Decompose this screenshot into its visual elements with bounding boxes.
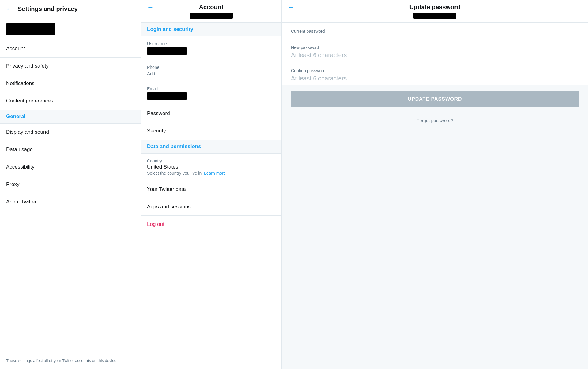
password-back-arrow[interactable]: ←: [288, 3, 295, 11]
password-title: Update password: [409, 4, 461, 11]
password-header: ← Update password: [282, 0, 588, 23]
new-password-field[interactable]: New password At least 6 characters: [282, 39, 588, 62]
new-password-placeholder: At least 6 characters: [291, 52, 579, 59]
country-label: Country: [147, 158, 275, 163]
sidebar-item-privacy[interactable]: Privacy and safety: [0, 58, 141, 75]
update-password-button[interactable]: UPDATE PASSWORD: [291, 91, 579, 107]
account-panel: ← Account Login and security Username Ph…: [141, 0, 282, 369]
settings-user-block: [0, 18, 141, 40]
twitter-data-item[interactable]: Your Twitter data: [141, 181, 281, 198]
account-title: Account: [199, 4, 224, 11]
update-btn-container: UPDATE PASSWORD: [282, 85, 588, 113]
account-scroll-area: Login and security Username Phone Add Em…: [141, 23, 281, 369]
security-item[interactable]: Security: [141, 122, 281, 140]
confirm-password-placeholder: At least 6 characters: [291, 75, 579, 82]
sidebar-item-accessibility[interactable]: Accessibility: [0, 158, 141, 176]
confirm-password-label: Confirm password: [291, 68, 579, 73]
settings-panel: ← Settings and privacy Account Privacy a…: [0, 0, 141, 369]
sidebar-item-account[interactable]: Account: [0, 40, 141, 58]
email-label: Email: [147, 86, 275, 91]
password-name-redacted: [413, 13, 456, 19]
email-value-redacted: [147, 92, 187, 100]
general-section-header: General: [0, 110, 141, 124]
account-back-arrow[interactable]: ←: [147, 3, 154, 11]
settings-header: ← Settings and privacy: [0, 0, 141, 18]
phone-item[interactable]: Phone Add: [141, 60, 281, 81]
apps-sessions-item[interactable]: Apps and sessions: [141, 198, 281, 216]
settings-title: Settings and privacy: [18, 6, 78, 13]
country-desc: Select the country you live in. Learn mo…: [147, 171, 275, 176]
new-password-label: New password: [291, 45, 579, 50]
sidebar-item-about-twitter[interactable]: About Twitter: [0, 193, 141, 211]
password-panel-rest: [282, 128, 588, 369]
sidebar-item-content-preferences[interactable]: Content preferences: [0, 92, 141, 110]
username-value-redacted: [147, 47, 187, 55]
account-name-redacted: [190, 13, 233, 19]
country-item[interactable]: Country United States Select the country…: [141, 154, 281, 181]
country-value: United States: [147, 164, 275, 170]
sidebar-item-display-sound[interactable]: Display and sound: [0, 124, 141, 141]
current-password-field[interactable]: Current password: [282, 23, 588, 39]
sidebar-item-data-usage[interactable]: Data usage: [0, 141, 141, 158]
logout-item[interactable]: Log out: [141, 216, 281, 233]
settings-footer: These settings affect all of your Twitte…: [0, 352, 141, 369]
confirm-password-field[interactable]: Confirm password At least 6 characters: [282, 62, 588, 85]
forgot-password-link[interactable]: Forgot password?: [282, 113, 588, 128]
username-item[interactable]: Username: [141, 36, 281, 60]
sidebar-item-notifications[interactable]: Notifications: [0, 75, 141, 92]
password-item[interactable]: Password: [141, 105, 281, 122]
settings-back-arrow[interactable]: ←: [6, 5, 13, 13]
phone-value: Add: [147, 71, 275, 76]
phone-label: Phone: [147, 65, 275, 70]
current-password-label: Current password: [291, 29, 579, 34]
login-security-header: Login and security: [141, 23, 281, 36]
sidebar-item-proxy[interactable]: Proxy: [0, 176, 141, 193]
account-header: ← Account: [141, 0, 281, 23]
password-panel: ← Update password Current password New p…: [282, 0, 588, 369]
email-item[interactable]: Email: [141, 81, 281, 105]
data-permissions-header: Data and permissions: [141, 140, 281, 154]
username-label: Username: [147, 41, 275, 46]
settings-user-redacted: [6, 23, 55, 35]
country-learn-more-link[interactable]: Learn more: [204, 171, 226, 176]
